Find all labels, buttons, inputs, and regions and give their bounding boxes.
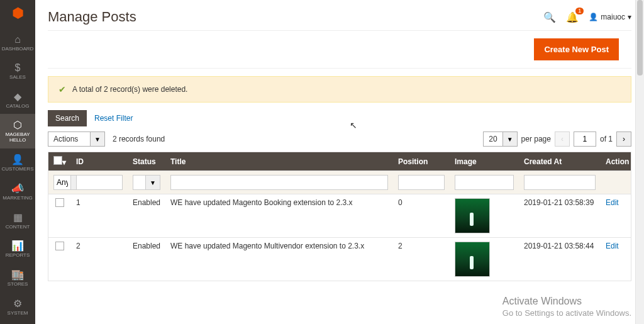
nav-system[interactable]: ⚙SYSTEM	[0, 293, 35, 321]
cell-title: WE have updated Magento Multivendor exte…	[165, 238, 393, 281]
filter-title-input[interactable]	[170, 175, 388, 190]
mass-action-value: Actions	[48, 131, 91, 147]
cell-status: Enabled	[128, 194, 165, 238]
filter-image-input[interactable]	[455, 175, 514, 190]
page-title: Manage Posts	[48, 9, 136, 25]
cell-image-thumb	[455, 242, 490, 277]
stores-icon: 🏬	[11, 269, 24, 281]
hex-icon: ⬡	[13, 119, 22, 131]
customers-icon: 👤	[11, 154, 24, 165]
col-header-position[interactable]: Position	[393, 152, 450, 171]
nav-marketing[interactable]: 📣MARKETING	[0, 177, 35, 206]
nav-find-partners[interactable]: ◍FIND PARTNERS & EXTENSIONS	[0, 321, 35, 324]
col-header-image[interactable]: Image	[450, 152, 519, 171]
nav-content[interactable]: ▦CONTENT	[0, 206, 35, 235]
system-icon: ⚙	[13, 298, 22, 310]
cell-image-thumb	[455, 198, 490, 233]
notifications-icon[interactable]: 🔔1	[566, 11, 579, 23]
grid-toolbar: Actions ▼ 2 records found 20 ▼ per page …	[48, 131, 631, 147]
logo-icon: ⬢	[12, 5, 24, 21]
user-icon: 👤	[589, 13, 598, 21]
cell-created: 2019-01-21 03:58:39	[519, 194, 601, 238]
edit-link[interactable]: Edit	[606, 198, 619, 207]
col-header-title[interactable]: Title	[165, 152, 393, 171]
content-icon: ▦	[13, 211, 23, 223]
page-size-select[interactable]: 20 ▼	[483, 131, 517, 147]
page-size-toggle[interactable]: ▼	[503, 131, 518, 147]
filter-id-input[interactable]	[76, 175, 123, 190]
user-menu[interactable]: 👤maiuoc▾	[589, 13, 631, 21]
per-page-label: per page	[521, 135, 551, 143]
reports-icon: 📊	[11, 240, 24, 252]
username: maiuoc	[601, 13, 625, 21]
main-content: Manage Posts 🔍 🔔1 👤maiuoc▾ Create New Po…	[35, 0, 644, 324]
prev-page-button[interactable]: ‹	[555, 131, 570, 147]
nav-sales[interactable]: $SALES	[0, 57, 35, 86]
notif-badge: 1	[575, 8, 584, 14]
col-header-id[interactable]: ID	[71, 152, 128, 171]
cell-id: 1	[71, 194, 128, 238]
filter-position-input[interactable]	[398, 175, 445, 190]
nav-stores[interactable]: 🏬STORES	[0, 264, 35, 293]
marketing-icon: 📣	[11, 182, 24, 194]
records-count: 2 records found	[113, 135, 165, 143]
row-checkbox[interactable]	[55, 198, 64, 207]
top-actions: 🔍 🔔1 👤maiuoc▾	[543, 11, 631, 23]
nav-catalog[interactable]: ◆CATALOG	[0, 86, 35, 115]
row-checkbox[interactable]	[55, 242, 64, 250]
reset-filter-link[interactable]: Reset Filter	[94, 114, 133, 123]
nav-magebay-hello[interactable]: ⬡MAGEBAY HELLO	[0, 114, 35, 148]
message-text: A total of 2 record(s) were deleted.	[72, 85, 187, 94]
filter-row: ▼ ▼	[48, 171, 631, 194]
cell-status: Enabled	[128, 238, 165, 281]
page-size-value: 20	[483, 131, 502, 147]
filter-status-select[interactable]	[133, 175, 146, 190]
nav-reports[interactable]: 📊REPORTS	[0, 235, 35, 264]
col-header-checkbox[interactable]: ▾	[48, 152, 71, 171]
cell-position: 0	[393, 194, 450, 238]
next-page-button[interactable]: ›	[616, 131, 631, 147]
cell-position: 2	[393, 238, 450, 281]
scrollbar[interactable]	[635, 0, 644, 324]
dashboard-icon: ⌂	[14, 34, 21, 45]
grid-table: ▾ ID Status Title Position Image Created…	[48, 152, 631, 281]
page-input[interactable]	[574, 131, 596, 147]
filter-status-toggle[interactable]: ▼	[146, 175, 160, 190]
col-header-action: Action	[601, 152, 631, 171]
cell-created: 2019-01-21 03:58:44	[519, 238, 601, 281]
cell-id: 2	[71, 238, 128, 281]
success-message: ✔ A total of 2 record(s) were deleted.	[48, 76, 631, 103]
table-row[interactable]: 2 Enabled WE have updated Magento Multiv…	[48, 238, 631, 281]
nav-customers[interactable]: 👤CUSTOMERS	[0, 148, 35, 177]
chevron-down-icon: ▾	[628, 13, 631, 21]
filter-checkbox-select[interactable]	[53, 175, 71, 190]
create-new-post-button[interactable]: Create New Post	[534, 38, 619, 60]
topbar: Manage Posts 🔍 🔔1 👤maiuoc▾	[35, 0, 644, 30]
search-button[interactable]: Search	[48, 110, 87, 126]
sales-icon: $	[15, 62, 21, 74]
table-row[interactable]: 1 Enabled WE have updated Magento Bookin…	[48, 194, 631, 238]
col-header-status[interactable]: Status	[128, 152, 165, 171]
page-of-label: of 1	[600, 135, 613, 143]
filter-toolbar: Search Reset Filter	[48, 110, 631, 126]
check-icon: ✔	[58, 84, 66, 94]
catalog-icon: ◆	[14, 91, 21, 103]
scrollthumb[interactable]	[637, 0, 643, 75]
action-bar: Create New Post	[48, 30, 631, 69]
mass-action-select[interactable]: Actions ▼	[48, 131, 105, 147]
nav-dashboard[interactable]: ⌂DASHBOARD	[0, 29, 35, 57]
cell-title: WE have updated Magento Booking extensio…	[165, 194, 393, 238]
mass-action-toggle[interactable]: ▼	[91, 131, 105, 147]
edit-link[interactable]: Edit	[606, 242, 619, 250]
sidebar: ⬢ ⌂DASHBOARD $SALES ◆CATALOG ⬡MAGEBAY HE…	[0, 0, 35, 324]
filter-created-input[interactable]	[524, 175, 596, 190]
col-header-created[interactable]: Created At	[519, 152, 601, 171]
search-icon[interactable]: 🔍	[543, 11, 556, 23]
